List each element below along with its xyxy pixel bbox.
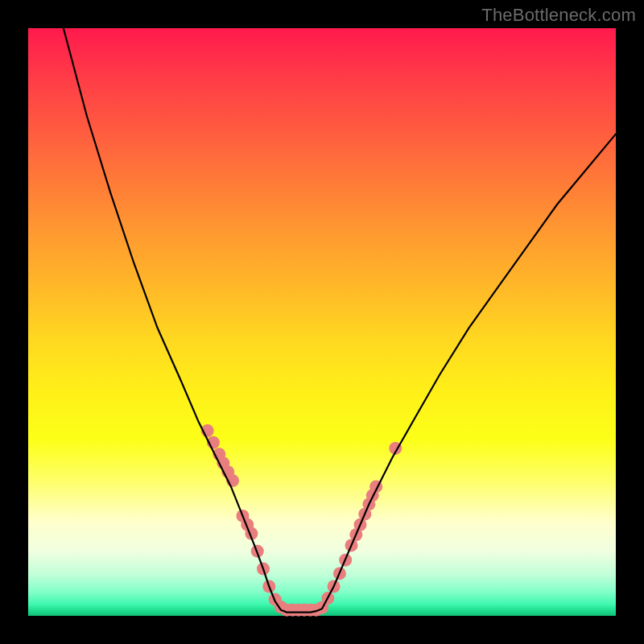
plot-area xyxy=(28,28,616,616)
curve-group xyxy=(64,28,616,613)
watermark-text: TheBottleneck.com xyxy=(481,5,636,26)
chart-svg xyxy=(28,28,616,616)
markers-group xyxy=(201,424,402,617)
chart-frame: TheBottleneck.com xyxy=(0,0,644,644)
bottleneck-curve xyxy=(64,28,616,613)
